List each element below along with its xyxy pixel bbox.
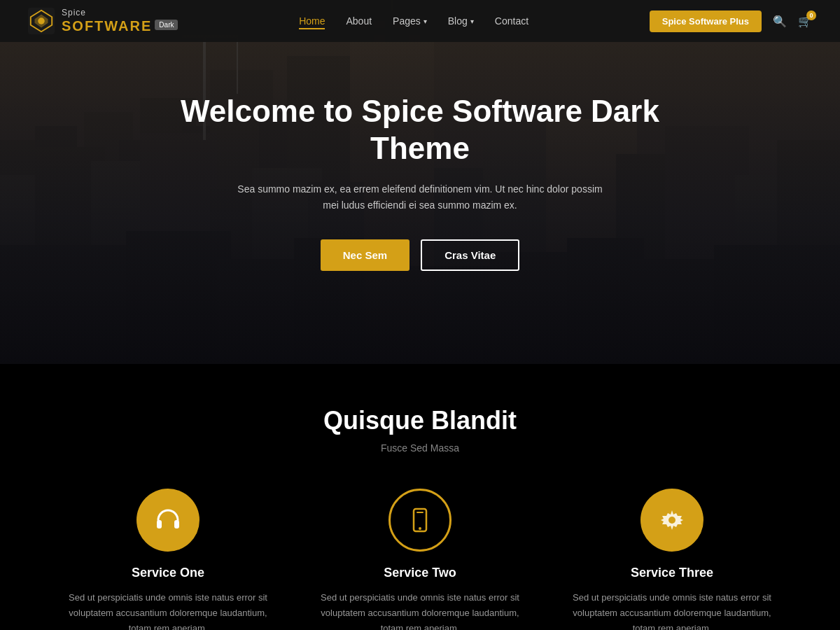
nav-link-pages[interactable]: Pages ▾ <box>393 15 427 27</box>
search-icon: 🔍 <box>773 15 787 28</box>
service-card-three: Service Three Sed ut perspiciatis unde o… <box>567 489 777 630</box>
services-grid: Service One Sed ut perspiciatis unde omn… <box>28 489 812 630</box>
nav-item-pages[interactable]: Pages ▾ <box>393 15 427 27</box>
nav-item-contact[interactable]: Contact <box>495 15 528 27</box>
service-two-name: Service Two <box>384 566 456 580</box>
navbar-right: Spice Software Plus 🔍 🛒 0 <box>650 10 812 32</box>
nav-link-home[interactable]: Home <box>299 15 325 29</box>
pages-dropdown-arrow: ▾ <box>424 18 427 25</box>
cart-icon-wrap[interactable]: 🛒 0 <box>798 15 812 28</box>
hero-subtitle: Sea summo mazim ex, ea errem eleifend de… <box>154 181 686 215</box>
cart-badge: 0 <box>806 10 816 20</box>
nav-link-about[interactable]: About <box>346 15 372 27</box>
service-three-desc: Sed ut perspiciatis unde omnis iste natu… <box>567 590 777 630</box>
service-two-icon-circle <box>388 489 451 552</box>
service-three-name: Service Three <box>631 566 713 580</box>
service-one-desc: Sed ut perspiciatis unde omnis iste natu… <box>63 590 273 630</box>
gear-icon <box>657 505 687 536</box>
nav-links: Home About Pages ▾ Blog ▾ Contact <box>299 15 528 27</box>
svg-point-3 <box>38 18 45 24</box>
cta-button[interactable]: Spice Software Plus <box>650 10 762 32</box>
navbar: Spice SOFTWARE Dark Home About Pages ▾ B… <box>0 0 840 42</box>
brand-spice-label: Spice <box>62 8 178 18</box>
services-section-title: Quisque Blandit <box>28 406 812 435</box>
brand-dark-badge: Dark <box>155 20 178 30</box>
nav-link-contact[interactable]: Contact <box>495 15 528 27</box>
services-section: Quisque Blandit Fusce Sed Massa Service … <box>0 364 840 630</box>
service-one-name: Service One <box>132 566 204 580</box>
blog-dropdown-arrow: ▾ <box>470 18 474 25</box>
hero-content: Welcome to Spice Software Dark Theme Sea… <box>140 93 700 271</box>
service-one-icon-circle <box>136 489 200 552</box>
headphones-icon <box>153 505 183 536</box>
nav-item-blog[interactable]: Blog ▾ <box>448 15 474 27</box>
svg-rect-54 <box>157 520 162 528</box>
svg-point-60 <box>668 517 676 524</box>
svg-point-57 <box>419 527 421 530</box>
nav-link-blog[interactable]: Blog ▾ <box>448 15 474 27</box>
service-card-one: Service One Sed ut perspiciatis unde omn… <box>63 489 273 630</box>
brand-logo-area: Spice SOFTWARE Dark <box>28 8 178 34</box>
cras-vitae-button[interactable]: Cras Vitae <box>421 239 519 271</box>
brand-logo-icon <box>28 8 55 34</box>
service-three-icon-circle <box>640 489 704 552</box>
hero-section: Welcome to Spice Software Dark Theme Sea… <box>0 0 840 364</box>
nav-item-about[interactable]: About <box>346 15 372 27</box>
hero-buttons: Nec Sem Cras Vitae <box>154 239 686 271</box>
nav-item-home[interactable]: Home <box>299 15 325 27</box>
svg-rect-55 <box>174 520 179 528</box>
hero-title: Welcome to Spice Software Dark Theme <box>154 93 686 167</box>
nec-sem-button[interactable]: Nec Sem <box>321 239 410 271</box>
services-section-subtitle: Fusce Sed Massa <box>28 442 812 454</box>
search-button[interactable]: 🔍 <box>773 15 787 28</box>
brand-text: Spice SOFTWARE Dark <box>62 8 178 33</box>
service-two-desc: Sed ut perspiciatis unde omnis iste natu… <box>315 590 525 630</box>
service-card-two: Service Two Sed ut perspiciatis unde omn… <box>315 489 525 630</box>
brand-software-label: SOFTWARE <box>62 18 152 34</box>
mobile-icon <box>405 505 435 536</box>
